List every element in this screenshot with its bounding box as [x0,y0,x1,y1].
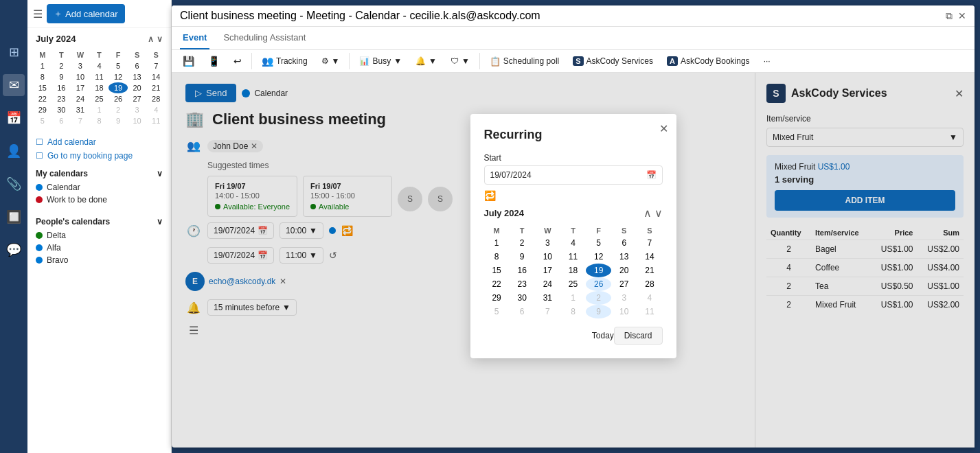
askcody-a-icon: A [667,56,678,66]
nav-icon-people[interactable]: 👤 [3,140,25,162]
next-month-icon[interactable]: ∨ [157,34,163,44]
calendar-item-bravo[interactable]: Bravo [36,254,163,266]
window-title: Client business meeting - Meeting - Cale… [180,10,540,22]
cal-next-icon[interactable]: ∨ [654,207,663,220]
dow-t2: T [90,49,109,60]
delta-dot [36,232,43,239]
calendar-item-work[interactable]: Work to be done [36,194,163,206]
cal-month: July 2024 [484,208,525,218]
modal-calendar-icon[interactable]: 📅 [646,170,657,180]
plus-icon: ＋ [54,8,62,20]
dow-s2: S [146,49,166,60]
peoples-calendars-header[interactable]: People's calendars ∨ [36,217,163,226]
nav-icon-apps[interactable]: ⊞ [3,41,25,63]
cal-header: July 2024 ∧ ∨ [484,207,663,220]
dow-f: F [109,49,128,60]
nav-icon-tasks[interactable]: 📎 [3,173,25,195]
current-month: July 2024 [36,34,76,44]
calendar-item-delta[interactable]: Delta [36,229,163,242]
askcody-services-label: AskCody Services [586,56,653,66]
save-close-button[interactable]: 💾 [177,53,200,69]
tab-event[interactable]: Event [180,27,209,49]
reminder-button[interactable]: 🔔 ▼ [410,54,442,69]
recurring-modal: Recurring ✕ Start 19/07/2024 📅 🔁 July 20… [470,114,676,358]
work-calendar-dot [36,196,43,203]
askcody-s-icon: S [573,56,583,66]
dow-s: S [128,49,147,60]
calendar-dot [36,184,43,191]
calendar-item-alfa[interactable]: Alfa [36,242,163,254]
sidebar-links: ☐ Add calendar ☐ Go to my booking page [27,132,171,166]
mobile-button[interactable]: 📱 [203,53,225,69]
sidebar: ☰ ＋ Add calendar July 2024 ∧ ∨ M T W T F… [27,0,172,453]
start-label: Start [484,153,663,163]
busy-icon: 📊 [359,56,369,66]
options-icon: ⚙ [321,56,329,66]
discard-button[interactable]: Discard [614,327,663,345]
booking-page-link[interactable]: ☐ Go to my booking page [36,151,163,161]
add-calendar-link[interactable]: ☐ Add calendar [36,137,163,147]
reminder-icon: 🔔 [415,56,426,66]
busy-button[interactable]: 📊 Busy ▼ [354,54,407,69]
ribbon-toolbar: 💾 📱 ↩ 👥 Tracking ⚙ ▼ 📊 Busy ▼ 🔔 ▼ 🛡 ▼ 📋 … [172,50,975,73]
my-calendars-section: My calendars ∨ Calendar Work to be done [27,166,171,209]
bravo-dot [36,257,43,264]
nav-icon-calendar[interactable]: 📅 [3,107,25,129]
collapse-icon[interactable]: ∨ [157,169,163,178]
more-icon: ··· [764,56,771,66]
window-controls: ⧉ ✕ [946,10,966,22]
nav-icons: ⊞ ✉ 📅 👤 📎 🔲 💬 [0,0,27,453]
recur-repeat-icon[interactable]: 🔁 [484,190,663,201]
scheduling-poll-label: Scheduling poll [503,56,559,66]
poll-icon: 📋 [490,56,501,67]
modal-mini-calendar: July 2024 ∧ ∨ MTWTFSS 1234567 [484,207,663,318]
main-window: Client business meeting - Meeting - Cale… [172,5,975,448]
window-titlebar: Client business meeting - Meeting - Cale… [172,5,975,27]
new-event-label: Add calendar [65,9,118,19]
my-calendars-header[interactable]: My calendars ∨ [36,169,163,178]
privacy-button[interactable]: 🛡 ▼ [445,54,475,69]
month-navigation[interactable]: ∧ ∨ [148,34,163,44]
today-button[interactable]: Today [592,331,614,340]
tracking-button[interactable]: 👥 Tracking [256,53,313,69]
month-header: July 2024 ∧ ∨ [27,28,171,49]
ribbon-tabs: Event Scheduling Assistant [172,27,975,50]
cal-day[interactable]: 1 [33,60,52,71]
save-icon: 💾 [183,56,194,67]
mini-calendar: M T W T F S S 1234567 891011121314 15161… [27,49,171,132]
nav-icon-teams[interactable]: 💬 [3,239,25,261]
nav-icon-mail[interactable]: ✉ [3,74,25,96]
askcody-bookings-button[interactable]: A AskCody Bookings [661,54,755,69]
restore-button[interactable]: ⧉ [946,10,953,22]
sidebar-toolbar: ☰ ＋ Add calendar [27,0,171,28]
close-button[interactable]: ✕ [958,10,966,22]
privacy-icon: 🛡 [451,56,459,66]
calendar-item-calendar[interactable]: Calendar [36,181,163,194]
askcody-services-button[interactable]: S AskCody Services [567,54,659,69]
dow-m: M [33,49,52,60]
hamburger-icon[interactable]: ☰ [33,8,43,21]
booking-icon: ☐ [36,151,43,161]
dow-t: T [52,49,71,60]
modal-footer: Today Discard [484,327,663,345]
modal-date-input[interactable]: 19/07/2024 📅 [484,165,663,185]
cal-nav: ∧ ∨ [643,207,663,220]
undo-icon: ↩ [233,56,242,67]
tab-scheduling-assistant[interactable]: Scheduling Assistant [220,27,308,49]
new-event-button[interactable]: ＋ Add calendar [47,4,125,23]
scheduling-poll-button[interactable]: 📋 Scheduling poll [484,54,565,69]
askcody-bookings-label: AskCody Bookings [681,56,750,66]
collapse-peoples-icon[interactable]: ∨ [157,217,163,226]
sep2 [349,53,350,69]
add-calendar-label: Add calendar [47,137,96,147]
prev-month-icon[interactable]: ∧ [148,34,154,44]
plus-calendar-icon: ☐ [36,137,43,147]
modal-close-button[interactable]: ✕ [659,122,668,135]
nav-icon-apps2[interactable]: 🔲 [3,206,25,228]
more-button[interactable]: ··· [758,54,776,69]
tracking-label: Tracking [276,56,308,66]
cal-prev-icon[interactable]: ∧ [643,207,652,220]
dow-w: W [71,49,90,60]
undo-button[interactable]: ↩ [228,53,247,69]
options-button[interactable]: ⚙ ▼ [316,54,345,69]
